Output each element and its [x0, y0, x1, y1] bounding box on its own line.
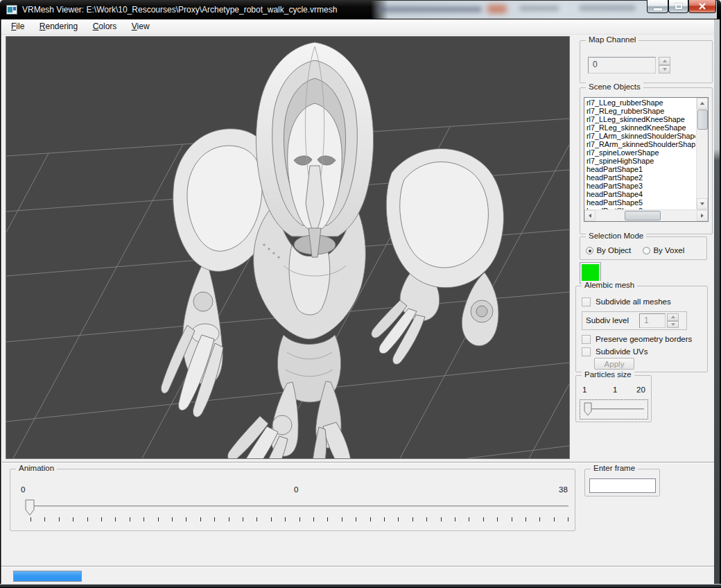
animation-group: Animation: [10, 469, 575, 531]
progress-bar: [13, 571, 82, 582]
particles-min-value: 1: [582, 386, 587, 394]
animation-end-frame: 38: [559, 485, 568, 494]
scene-objects-items: rl7_LLeg_rubberShape rl7_RLeg_rubberShap…: [585, 98, 695, 209]
viewport-canvas: [6, 37, 569, 458]
glass-smudge: [378, 6, 482, 12]
menu-view[interactable]: View: [128, 19, 154, 33]
scene-objects-label: Scene Objects: [586, 83, 643, 91]
animation-slider-thumb[interactable]: [25, 499, 35, 517]
glass-smudge: [579, 5, 636, 11]
progress-bar-fill: [14, 571, 81, 581]
alembic-mesh-group: Alembic mesh Subdivide all meshes Subdiv…: [575, 286, 708, 372]
menu-bar: File Rendering Colors View: [1, 19, 720, 35]
subdiv-level-panel: Subdiv level 1: [582, 311, 687, 330]
scene-object-item[interactable]: rl7_spineHighShape: [585, 157, 695, 165]
animation-slider-track[interactable]: [29, 505, 568, 508]
close-icon: [699, 3, 706, 10]
scroll-right-icon[interactable]: [697, 210, 708, 221]
window-border-right: [714, 19, 721, 584]
minimize-button[interactable]: [647, 0, 668, 13]
maximize-icon: [675, 3, 682, 9]
scene-object-item[interactable]: rl7_spineLowerShape: [585, 148, 695, 157]
subdivide-uvs-checkbox: [582, 347, 591, 356]
animation-current-frame: 0: [294, 485, 298, 494]
horizontal-scroll-thumb[interactable]: [625, 211, 661, 220]
animation-label: Animation: [16, 464, 57, 472]
scene-object-item[interactable]: rl7_RArm_skinnedShoulderShape: [585, 140, 695, 148]
radio-by-object[interactable]: By Object: [586, 243, 631, 256]
vrmesh-viewer-window: VRMesh Viewer: E:\Work\10_Rescourses\Pro…: [0, 0, 721, 588]
selection-mode-group: Selection Mode By Object By Voxel: [580, 236, 707, 260]
title-bar[interactable]: VRMesh Viewer: E:\Work\10_Rescourses\Pro…: [0, 0, 721, 19]
scene-object-item[interactable]: rl7_LArm_skinnedShoulderShape: [585, 132, 695, 140]
scroll-down-icon[interactable]: [697, 198, 708, 209]
viewport-3d[interactable]: [6, 36, 570, 459]
preserve-borders-label: Preserve geometry borders: [596, 335, 692, 343]
subdivide-uvs-label: Subdivide UVs: [596, 347, 648, 356]
radio-unselected-icon: [643, 247, 650, 254]
scene-object-item[interactable]: headPartShape4: [585, 190, 695, 198]
maximize-button[interactable]: [668, 0, 688, 13]
divider-line: [2, 462, 714, 463]
scene-object-item[interactable]: rl7_LLeg_skinnedKneeShape: [585, 115, 695, 123]
vertical-scroll-thumb[interactable]: [697, 110, 708, 130]
spin-up-icon: [667, 313, 679, 321]
spin-up-icon: [659, 57, 670, 65]
map-channel-spinner: [659, 57, 670, 74]
scene-object-item[interactable]: rl7_RLeg_rubberShape: [585, 107, 695, 115]
spin-down-icon: [659, 65, 670, 74]
scene-object-item[interactable]: headPartShape3: [585, 182, 695, 190]
glass-smudge: [487, 5, 507, 13]
map-channel-label: Map Channel: [586, 35, 639, 44]
enter-frame-group: Enter frame: [584, 469, 660, 496]
particles-size-label: Particles size: [582, 370, 634, 379]
list-vertical-scrollbar[interactable]: [696, 98, 708, 209]
menu-rendering[interactable]: Rendering: [35, 19, 82, 33]
list-horizontal-scrollbar[interactable]: [584, 209, 708, 221]
subdiv-level-spinner: [667, 313, 679, 328]
radio-by-voxel[interactable]: By Voxel: [643, 243, 684, 256]
spin-down-icon: [667, 321, 679, 329]
animation-ruler-ticks: [31, 517, 570, 521]
minimize-icon: [654, 8, 662, 10]
scene-object-item[interactable]: headPartShape1: [585, 165, 695, 173]
scene-object-item[interactable]: headPartShape2: [585, 173, 695, 182]
enter-frame-input[interactable]: [589, 478, 656, 493]
slider-track[interactable]: [584, 408, 644, 411]
animation-start-frame: 0: [21, 485, 25, 494]
window-border-left: [0, 19, 1, 584]
scene-objects-list[interactable]: rl7_LLeg_rubberShape rl7_RLeg_rubberShap…: [584, 97, 709, 222]
status-bar: [1, 567, 714, 584]
subdiv-level-input: 1: [639, 313, 666, 328]
subdiv-level-label: Subdiv level: [586, 316, 629, 325]
menu-colors[interactable]: Colors: [89, 19, 121, 33]
map-channel-input: 0: [588, 57, 656, 74]
scene-object-item[interactable]: rl7_RLeg_skinnedKneeShape: [585, 123, 695, 132]
preserve-borders-checkbox: [582, 335, 591, 344]
alembic-mesh-label: Alembic mesh: [582, 281, 637, 289]
scene-object-item[interactable]: rl7_LLeg_rubberShape: [585, 98, 695, 107]
slider-thumb[interactable]: [584, 402, 593, 417]
window-border-bottom: [0, 584, 721, 588]
enter-frame-label: Enter frame: [591, 464, 638, 472]
scene-object-item[interactable]: headPartShape5: [585, 198, 695, 207]
menu-file[interactable]: File: [7, 19, 28, 33]
glass-smudge: [519, 6, 559, 11]
window-title: VRMesh Viewer: E:\Work\10_Rescourses\Pro…: [22, 5, 337, 15]
app-icon: [6, 5, 17, 15]
particles-size-slider[interactable]: [580, 399, 648, 420]
robot-model: [161, 42, 503, 458]
particles-max-value: 20: [636, 386, 645, 394]
subdivide-all-checkbox: [582, 297, 591, 306]
scroll-left-icon[interactable]: [584, 210, 596, 221]
apply-button: Apply: [594, 358, 634, 370]
subdivide-all-label: Subdivide all meshes: [596, 297, 671, 306]
close-button[interactable]: [688, 0, 716, 13]
particles-current-value: 1: [613, 386, 617, 394]
radio-selected-icon: [586, 247, 593, 254]
selection-mode-label: Selection Mode: [586, 232, 646, 240]
scroll-up-icon[interactable]: [697, 98, 708, 109]
